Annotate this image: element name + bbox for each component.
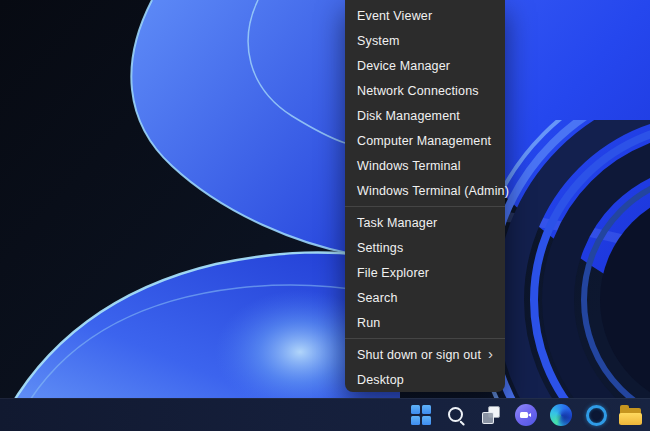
menu-item-shut-down-or-sign-out[interactable]: Shut down or sign out › (345, 342, 505, 367)
logo-square (422, 416, 431, 425)
cortana-ring-icon (586, 405, 607, 426)
winx-context-menu: Event Viewer System Device Manager Netwo… (345, 0, 505, 392)
teams-chat-icon (515, 404, 537, 426)
windows-logo-icon (411, 405, 431, 425)
desktop: Event Viewer System Device Manager Netwo… (0, 0, 650, 431)
menu-item-label: Disk Management (357, 109, 460, 123)
menu-item-label: File Explorer (357, 266, 429, 280)
wallpaper-bloom (0, 0, 650, 431)
menu-item-file-explorer[interactable]: File Explorer (345, 260, 505, 285)
edge-browser-icon (550, 404, 572, 426)
menu-item-label: Network Connections (357, 84, 479, 98)
menu-item-label: Task Manager (357, 216, 437, 230)
menu-separator (345, 206, 505, 207)
cortana-button[interactable] (584, 403, 608, 427)
menu-item-label: System (357, 34, 400, 48)
taskbar (0, 398, 650, 431)
menu-item-label: Device Manager (357, 59, 450, 73)
menu-item-label: Windows Terminal (Admin) (357, 184, 509, 198)
chat-button[interactable] (514, 403, 538, 427)
taskbar-icons (409, 399, 643, 431)
logo-square (411, 405, 420, 414)
menu-item-system[interactable]: System (345, 28, 505, 53)
menu-item-windows-terminal[interactable]: Windows Terminal (345, 153, 505, 178)
task-view-icon (481, 405, 501, 425)
search-icon (446, 405, 466, 425)
logo-square (422, 405, 431, 414)
task-view-button[interactable] (479, 403, 503, 427)
menu-item-desktop[interactable]: Desktop (345, 367, 505, 392)
menu-item-label: Desktop (357, 373, 404, 387)
search-button[interactable] (444, 403, 468, 427)
menu-item-run[interactable]: Run (345, 310, 505, 335)
menu-item-device-manager[interactable]: Device Manager (345, 53, 505, 78)
menu-item-search[interactable]: Search (345, 285, 505, 310)
menu-item-label: Search (357, 291, 398, 305)
menu-item-label: Run (357, 316, 380, 330)
folder-icon (619, 406, 643, 425)
menu-item-event-viewer[interactable]: Event Viewer (345, 3, 505, 28)
chevron-right-icon: › (488, 346, 493, 361)
menu-item-network-connections[interactable]: Network Connections (345, 78, 505, 103)
menu-item-label: Shut down or sign out (357, 348, 481, 362)
edge-button[interactable] (549, 403, 573, 427)
logo-square (411, 416, 420, 425)
menu-item-label: Windows Terminal (357, 159, 461, 173)
menu-item-label: Event Viewer (357, 9, 432, 23)
menu-item-label: Settings (357, 241, 403, 255)
menu-separator (345, 338, 505, 339)
menu-item-task-manager[interactable]: Task Manager (345, 210, 505, 235)
menu-item-label: Computer Management (357, 134, 491, 148)
folder-front (619, 413, 642, 425)
start-button[interactable] (409, 403, 433, 427)
file-explorer-button[interactable] (619, 403, 643, 427)
menu-item-computer-management[interactable]: Computer Management (345, 128, 505, 153)
menu-item-windows-terminal-admin[interactable]: Windows Terminal (Admin) (345, 178, 505, 203)
menu-item-settings[interactable]: Settings (345, 235, 505, 260)
menu-item-disk-management[interactable]: Disk Management (345, 103, 505, 128)
